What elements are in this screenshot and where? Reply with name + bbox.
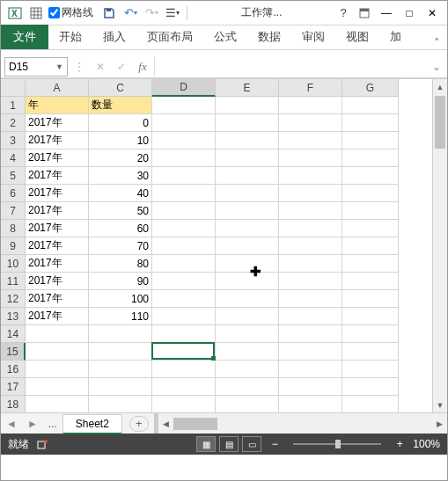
cell-G8[interactable] — [342, 220, 399, 237]
ribbon-tab-1[interactable]: 插入 — [92, 25, 136, 49]
zoom-level[interactable]: 100% — [413, 438, 440, 450]
row-header-13[interactable]: 13 — [1, 308, 26, 325]
cell-E14[interactable] — [216, 325, 279, 343]
cell-E8[interactable] — [216, 220, 279, 237]
cell-E16[interactable] — [216, 361, 279, 378]
help-button[interactable]: ? — [333, 3, 354, 24]
cell-C12[interactable]: 100 — [89, 290, 152, 308]
row-header-4[interactable]: 4 — [1, 149, 26, 167]
cell-C6[interactable]: 40 — [89, 185, 152, 202]
cell-C13[interactable]: 110 — [89, 308, 152, 325]
cell-E2[interactable] — [216, 114, 279, 132]
scroll-left-icon[interactable]: ◀ — [158, 419, 173, 428]
cell-E4[interactable] — [216, 149, 279, 167]
cell-C4[interactable]: 20 — [89, 149, 152, 167]
cell-F18[interactable] — [279, 396, 342, 412]
cell-E3[interactable] — [216, 132, 279, 149]
cell-D13[interactable] — [152, 308, 216, 325]
cell-E17[interactable] — [216, 378, 279, 396]
cell-F9[interactable] — [279, 237, 342, 255]
cell-A2[interactable]: 2017年 — [26, 114, 89, 132]
cell-D8[interactable] — [152, 220, 216, 237]
cell-C15[interactable] — [89, 343, 152, 361]
cell-F3[interactable] — [279, 132, 342, 149]
cell-C16[interactable] — [89, 361, 152, 378]
cell-A12[interactable]: 2017年 — [26, 290, 89, 308]
cell-A4[interactable]: 2017年 — [26, 149, 89, 167]
cell-F1[interactable] — [279, 97, 342, 114]
ribbon-tab-5[interactable]: 审阅 — [291, 25, 335, 49]
cell-A14[interactable] — [26, 325, 89, 343]
cell-F10[interactable] — [279, 255, 342, 273]
cell-G6[interactable] — [342, 185, 399, 202]
file-tab[interactable]: 文件 — [1, 25, 48, 49]
cell-F17[interactable] — [279, 378, 342, 396]
row-header-12[interactable]: 12 — [1, 290, 26, 308]
zoom-out-button[interactable]: − — [268, 438, 281, 450]
cell-C10[interactable]: 80 — [89, 255, 152, 273]
view-page-layout-button[interactable]: ▤ — [219, 436, 239, 452]
cell-E1[interactable] — [216, 97, 279, 114]
cell-E7[interactable] — [216, 202, 279, 220]
cell-E11[interactable] — [216, 273, 279, 290]
cell-A5[interactable]: 2017年 — [26, 167, 89, 185]
cell-F16[interactable] — [279, 361, 342, 378]
cell-G11[interactable] — [342, 273, 399, 290]
cell-D1[interactable] — [152, 97, 216, 114]
cell-F12[interactable] — [279, 290, 342, 308]
ribbon-tab-0[interactable]: 开始 — [48, 25, 92, 49]
cell-D4[interactable] — [152, 149, 216, 167]
cell-A1[interactable]: 年 — [26, 97, 89, 114]
column-header-G[interactable]: G — [342, 79, 399, 97]
cell-F11[interactable] — [279, 273, 342, 290]
ribbon-tab-2[interactable]: 页面布局 — [136, 25, 203, 49]
cell-C3[interactable]: 10 — [89, 132, 152, 149]
redo-button[interactable]: ↷▾ — [141, 3, 162, 24]
cell-E18[interactable] — [216, 396, 279, 412]
cell-A9[interactable]: 2017年 — [26, 237, 89, 255]
scroll-thumb[interactable] — [435, 96, 445, 149]
cell-D7[interactable] — [152, 202, 216, 220]
cell-C17[interactable] — [89, 378, 152, 396]
ribbon-tab-7[interactable]: 加 — [379, 25, 412, 49]
sheet-list-button[interactable]: ... — [43, 418, 62, 430]
cell-G4[interactable] — [342, 149, 399, 167]
cell-G12[interactable] — [342, 290, 399, 308]
cell-D15[interactable] — [152, 343, 216, 361]
hscroll-thumb[interactable] — [173, 418, 217, 430]
cell-A11[interactable]: 2017年 — [26, 273, 89, 290]
cell-G14[interactable] — [342, 325, 399, 343]
row-header-17[interactable]: 17 — [1, 378, 26, 396]
row-header-15[interactable]: 15 — [1, 343, 26, 361]
view-page-break-button[interactable]: ▭ — [242, 436, 261, 452]
cell-F7[interactable] — [279, 202, 342, 220]
cell-E10[interactable] — [216, 255, 279, 273]
row-header-9[interactable]: 9 — [1, 237, 26, 255]
fx-button[interactable]: fx — [133, 57, 152, 77]
cell-E5[interactable] — [216, 167, 279, 185]
cell-F15[interactable] — [279, 343, 342, 361]
cell-G10[interactable] — [342, 255, 399, 273]
sheet-nav-next-icon[interactable]: ► — [22, 418, 43, 430]
cell-E15[interactable] — [216, 343, 279, 361]
column-header-D[interactable]: D — [152, 79, 216, 97]
cell-A6[interactable]: 2017年 — [26, 185, 89, 202]
cell-D12[interactable] — [152, 290, 216, 308]
horizontal-scrollbar[interactable]: ◀ ▶ — [154, 413, 447, 434]
cell-G9[interactable] — [342, 237, 399, 255]
row-header-18[interactable]: 18 — [1, 396, 26, 412]
minimize-button[interactable]: — — [375, 7, 398, 19]
cell-A16[interactable] — [26, 361, 89, 378]
cell-G1[interactable] — [342, 97, 399, 114]
row-header-1[interactable]: 1 — [1, 97, 26, 114]
row-header-6[interactable]: 6 — [1, 185, 26, 202]
expand-formula-icon[interactable]: ⌄ — [430, 61, 444, 73]
cell-E12[interactable] — [216, 290, 279, 308]
sheet-nav-prev-icon[interactable]: ◄ — [1, 418, 22, 430]
cell-F2[interactable] — [279, 114, 342, 132]
cell-D16[interactable] — [152, 361, 216, 378]
vertical-scrollbar[interactable]: ▲ ▼ — [432, 79, 447, 412]
row-header-10[interactable]: 10 — [1, 255, 26, 273]
cell-D6[interactable] — [152, 185, 216, 202]
scroll-up-icon[interactable]: ▲ — [433, 79, 447, 94]
